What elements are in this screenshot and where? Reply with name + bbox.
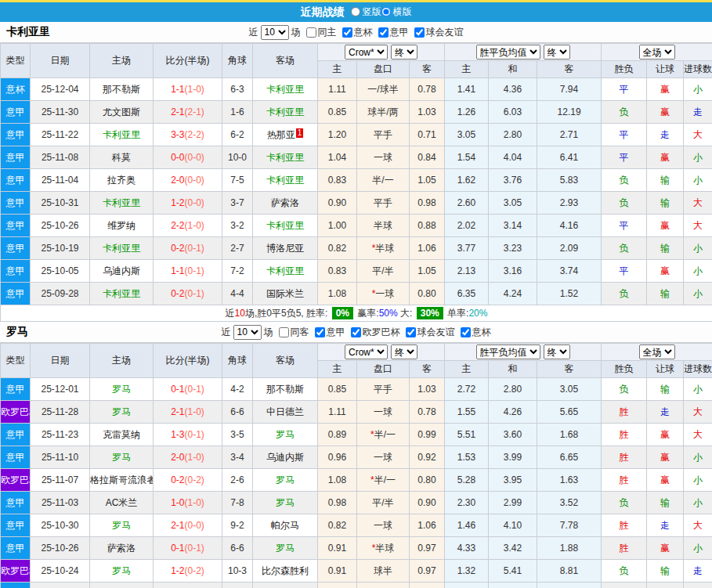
filter-checkbox-input[interactable] xyxy=(461,327,471,337)
away-team-link[interactable]: 那不勒斯 xyxy=(266,384,304,395)
home-team-link[interactable]: 罗马 xyxy=(112,384,131,395)
away-team-cell: 卡利亚里 xyxy=(253,78,318,101)
layout-option-label: 竖版 xyxy=(363,5,381,19)
group-select[interactable]: 全场 xyxy=(639,45,675,60)
home-team-link[interactable]: 尤文图斯 xyxy=(103,106,140,117)
home-team-link[interactable]: AC米兰 xyxy=(106,497,138,508)
away-team-link[interactable]: 卡利亚里 xyxy=(266,106,304,117)
filter-checkbox-input[interactable] xyxy=(351,327,361,337)
filter-checkbox-欧罗巴杯[interactable]: 欧罗巴杯 xyxy=(351,326,400,339)
group-select[interactable]: 全场 xyxy=(639,345,675,359)
goals-overunder-cell: 大 xyxy=(684,192,712,215)
filter-checkbox-input[interactable] xyxy=(414,27,425,38)
away-team-link[interactable]: 卡利亚里 xyxy=(266,175,304,186)
away-team-link[interactable]: 罗马 xyxy=(276,497,295,508)
filter-checkbox-input[interactable] xyxy=(306,27,316,38)
filter-checkbox-意甲[interactable]: 意甲 xyxy=(378,26,409,39)
group-select[interactable]: 终 xyxy=(544,45,570,60)
home-team-link[interactable]: 科莫 xyxy=(112,152,131,163)
corner-cell: 4-4 xyxy=(222,283,253,305)
filter-checkbox-球会友谊[interactable]: 球会友谊 xyxy=(414,26,464,39)
layout-radio[interactable] xyxy=(351,7,360,16)
away-team-link[interactable]: 卡利亚里 xyxy=(266,265,304,276)
away-team-link[interactable]: 国际米兰 xyxy=(266,288,304,299)
head-row-groups: 类型日期主场比分(半场)角球客场Crow*终胜平负均值终全场 xyxy=(1,344,712,361)
away-team-link[interactable]: 罗马 xyxy=(276,474,295,485)
match-row: 意甲25-11-30尤文图斯2-1(2-1)1-6卡利亚里0.85球半/两1.0… xyxy=(1,101,712,124)
away-team-cell: 萨索洛 xyxy=(253,192,318,215)
away-team-link[interactable]: 中日德兰 xyxy=(266,406,304,417)
away-team-link[interactable]: 卡利亚里 xyxy=(266,84,304,95)
team-header-row: 卡利亚里近10场同主意杯意甲球会友谊 xyxy=(0,22,712,43)
home-team-link[interactable]: 维罗纳 xyxy=(107,220,136,231)
filter-checkbox-球会友谊[interactable]: 球会友谊 xyxy=(406,326,455,339)
away-team-cell: 卡利亚里 xyxy=(253,101,318,124)
corner-cell: 4-5 xyxy=(222,583,253,588)
filter-checkbox-意杯[interactable]: 意杯 xyxy=(342,26,373,39)
halftime-score: (2-1) xyxy=(185,106,204,117)
filter-checkbox-input[interactable] xyxy=(378,27,389,38)
avg-home-odds-cell: 1.41 xyxy=(445,78,489,101)
group-select[interactable]: Crow* xyxy=(345,345,388,359)
match-row: 意甲25-10-26萨索洛0-1(0-1)6-6罗马0.91*半球0.974.3… xyxy=(1,537,712,560)
date-cell: 25-12-01 xyxy=(31,378,90,401)
home-team-link[interactable]: 拉齐奥 xyxy=(107,175,136,186)
avg-away-odds-cell: 2.71 xyxy=(537,124,602,146)
filter-checkbox-意甲[interactable]: 意甲 xyxy=(315,326,345,339)
home-team-link[interactable]: 萨索洛 xyxy=(107,543,136,554)
filter-checkbox-同客[interactable]: 同客 xyxy=(279,326,309,339)
away-team-link[interactable]: 热那亚 xyxy=(267,129,295,140)
group-select[interactable]: 胜平负均值 xyxy=(476,345,540,359)
filter-checkbox-意杯[interactable]: 意杯 xyxy=(461,326,491,339)
home-team-link[interactable]: 乌迪内斯 xyxy=(103,265,140,276)
filter-checkbox-input[interactable] xyxy=(315,327,325,337)
away-team-link[interactable]: 帕尔马 xyxy=(271,520,299,531)
home-team-link[interactable]: 卡利亚里 xyxy=(103,197,140,208)
halftime-score: (1-0) xyxy=(185,220,204,231)
match-count-select[interactable]: 10 xyxy=(233,325,262,340)
layout-option-label: 横版 xyxy=(393,5,412,19)
group-select[interactable]: 胜平负均值 xyxy=(476,45,540,60)
filter-checkbox-input[interactable] xyxy=(342,27,352,38)
home-team-link[interactable]: 格拉斯哥流浪者 xyxy=(90,474,154,485)
match-count-select[interactable]: 10 xyxy=(261,25,289,40)
home-team-link[interactable]: 罗马 xyxy=(112,406,131,417)
layout-radio[interactable] xyxy=(381,7,391,16)
away-team-link[interactable]: 比尔森胜利 xyxy=(262,565,309,576)
goals-overunder-cell: 小 xyxy=(684,237,712,260)
home-team-link[interactable]: 那不勒斯 xyxy=(103,84,140,95)
handicap-result-cell: 赢 xyxy=(647,424,684,446)
layout-option[interactable]: 竖版 xyxy=(351,5,381,19)
home-team-link[interactable]: 卡利亚里 xyxy=(103,288,140,299)
away-team-link[interactable]: 乌迪内斯 xyxy=(266,452,304,463)
home-team-link[interactable]: 罗马 xyxy=(112,520,131,531)
group-select[interactable]: 终 xyxy=(391,345,417,359)
away-team-link[interactable]: 罗马 xyxy=(276,429,295,440)
home-team-link[interactable]: 罗马 xyxy=(112,452,131,463)
score-cell: 0-1(0-1) xyxy=(154,378,222,401)
away-team-link[interactable]: 罗马 xyxy=(276,543,295,554)
handicap-odds-away-cell: 0.92 xyxy=(410,446,445,469)
handicap-result-cell: 赢 xyxy=(647,101,684,124)
handicap-line-cell: *半/一 xyxy=(357,469,410,492)
avg-away-odds-cell: 7.78 xyxy=(537,514,602,537)
home-team-link[interactable]: 卡利亚里 xyxy=(103,243,140,254)
filter-checkbox-input[interactable] xyxy=(279,327,289,337)
filter-checkbox-input[interactable] xyxy=(406,327,416,337)
fulltime-score: 0-0 xyxy=(171,152,184,163)
away-team-link[interactable]: 卡利亚里 xyxy=(266,152,304,163)
handicap-odds-home-cell: 1.08 xyxy=(318,283,357,305)
away-team-link[interactable]: 萨索洛 xyxy=(271,197,299,208)
group-select[interactable]: Crow* xyxy=(345,45,388,60)
home-team-link[interactable]: 卡利亚里 xyxy=(103,129,140,140)
group-select[interactable]: 终 xyxy=(544,345,570,359)
layout-option[interactable]: 横版 xyxy=(381,5,412,19)
away-team-link[interactable]: 卡利亚里 xyxy=(266,220,304,231)
corner-cell: 6-6 xyxy=(222,401,253,424)
filter-checkbox-同主[interactable]: 同主 xyxy=(306,26,337,39)
corner-cell: 2-6 xyxy=(222,469,253,492)
home-team-link[interactable]: 罗马 xyxy=(112,565,131,576)
home-team-link[interactable]: 克雷莫纳 xyxy=(103,429,140,440)
group-select[interactable]: 终 xyxy=(391,45,417,60)
away-team-link[interactable]: 博洛尼亚 xyxy=(266,243,304,254)
